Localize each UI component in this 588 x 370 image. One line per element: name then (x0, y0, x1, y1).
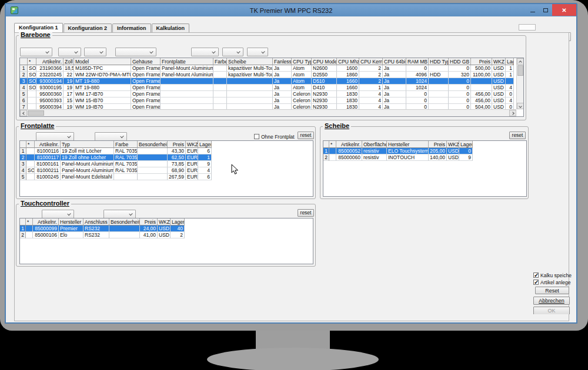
table-row[interactable]: 69500039315WM 15-IB70Open FrameJaCeleron… (20, 97, 514, 104)
column-header[interactable]: Preis (140, 218, 158, 226)
table-row[interactable]: 185000052resistivELO Touchsystems205,00U… (323, 148, 473, 154)
column-header[interactable]: RAM MB (406, 58, 429, 65)
scroll-left-button[interactable] (20, 110, 27, 116)
scroll-down-button[interactable] (517, 103, 524, 109)
kalku-speichern-checkbox[interactable]: Kalku speiche (533, 272, 574, 278)
column-header[interactable]: Frontplatte (161, 58, 213, 65)
column-header[interactable]: WKZ (158, 218, 171, 226)
column-header[interactable]: WKZ (447, 141, 459, 148)
table-row[interactable]: 1SO2319036618,5M185D-TPCOpen FramePanel-… (20, 65, 514, 72)
abbrechen-button[interactable]: Abbrechen (533, 297, 570, 305)
reset-button[interactable]: reset (298, 132, 314, 139)
column-header[interactable]: Artikelnr. (33, 218, 59, 226)
column-header[interactable]: Hersteller (59, 218, 83, 226)
column-header[interactable]: Besonderheit (138, 141, 168, 148)
table-row[interactable]: 4SO9300019519MT 19-880Open FrameJaAtomD4… (20, 85, 514, 91)
column-header[interactable]: Preis (429, 141, 447, 148)
column-header[interactable]: WKZ (492, 58, 506, 65)
column-header[interactable]: Farbe (114, 141, 138, 148)
column-header[interactable]: CPU Model (312, 58, 337, 65)
column-header[interactable]: CPU 64bit (383, 58, 406, 65)
column-header[interactable]: * (28, 58, 36, 65)
column-header[interactable]: Artikelnr. (35, 141, 61, 148)
scroll-up-button[interactable] (517, 58, 524, 65)
column-header[interactable]: CPU Mhz (337, 58, 359, 65)
table-row[interactable]: 18100011619 Zoll mit LöcherRAL 703543,30… (20, 148, 212, 154)
tab-kalkulation[interactable]: Kalkulation (152, 23, 190, 32)
table-row[interactable]: 2SO2322024522WM 22W-ID70-PMA-MTUOpen Fra… (20, 72, 514, 78)
table-row[interactable]: 185000099PremierRS23224,00USD40 (20, 226, 185, 232)
column-header[interactable]: * (329, 141, 336, 148)
scroll-right-button[interactable] (509, 110, 516, 116)
filter-dropdown[interactable] (222, 48, 243, 56)
table-row[interactable]: 3SO9300019419MT 19-880Open FrameJaAtomD5… (20, 78, 514, 85)
filter-dropdown[interactable] (95, 132, 127, 141)
column-header[interactable]: Lager (459, 141, 473, 148)
column-header[interactable]: Typ (61, 141, 114, 148)
filter-dropdown[interactable] (103, 210, 136, 218)
horizontal-scrollbar[interactable] (20, 109, 516, 116)
scrollbar-thumb[interactable] (517, 65, 523, 76)
column-header[interactable]: Fanless (273, 58, 292, 65)
close-button[interactable]: ✕ (552, 4, 576, 16)
maximize-button[interactable] (539, 4, 552, 16)
table-row[interactable]: 581000245Panel-Mount Edelstahl267,59EUR6 (20, 174, 212, 180)
tab-konfiguration-1[interactable]: Konfiguration 1 (14, 23, 63, 32)
column-header[interactable]: WKZ (186, 141, 198, 148)
table-row[interactable]: 381000161Panel-Mount AluminiumRAL 703573… (20, 161, 212, 167)
title-bar[interactable]: TK Premier WM PPC RS232 ✕ (6, 4, 576, 16)
filter-dropdown[interactable] (247, 48, 268, 56)
mini-textbox[interactable] (519, 24, 536, 31)
table-row[interactable]: 59500036017WM 17-IB70Open FrameJaCeleron… (20, 91, 514, 97)
column-header[interactable] (20, 58, 28, 65)
column-header[interactable]: Preis (471, 58, 492, 65)
column-header[interactable]: HDD Typ (429, 58, 449, 65)
column-header[interactable]: * (26, 141, 35, 148)
filter-dropdown[interactable] (191, 48, 219, 56)
reset-button[interactable]: Reset (535, 287, 569, 294)
column-header[interactable]: Artikelnr. (336, 141, 362, 148)
table-row[interactable]: 285000106EloRS23241,00USD2 (20, 232, 185, 238)
column-header[interactable]: Gehäuse (131, 58, 161, 65)
reset-button[interactable]: reset (509, 132, 526, 139)
column-header[interactable]: CPU Kerne (359, 58, 383, 65)
filter-dropdown[interactable] (36, 132, 74, 141)
column-header[interactable]: CPU Typ (292, 58, 312, 65)
table-row[interactable]: 4SO81000211Panel-Mount AluminiumRAL 7035… (20, 167, 212, 174)
column-header[interactable]: Artikelnr. (36, 58, 64, 65)
column-header[interactable]: HDD GB (449, 58, 471, 65)
column-header[interactable] (20, 218, 26, 226)
cell (471, 78, 492, 85)
column-header[interactable] (323, 141, 329, 148)
minimize-button[interactable] (526, 4, 539, 16)
column-header[interactable]: Oberfläche (362, 141, 387, 148)
tab-konfiguration-2[interactable]: Konfiguration 2 (64, 23, 112, 32)
column-header[interactable]: Lager (171, 218, 185, 226)
column-header[interactable]: * (26, 218, 33, 226)
filter-dropdown[interactable] (42, 210, 74, 218)
column-header[interactable]: Preis (168, 141, 186, 148)
vertical-scrollbar[interactable] (516, 58, 523, 109)
scrollbar-thumb[interactable] (28, 110, 44, 116)
column-header[interactable] (20, 141, 26, 148)
table-row[interactable]: 28100011719 Zoll ohne LöcherRAL 703562,5… (20, 154, 212, 161)
artikel-anlegen-checkbox[interactable]: Artikel anlege (533, 279, 574, 285)
table-row[interactable]: 285000060resistivINOTOUCH140,00USD9 (323, 154, 473, 161)
column-header[interactable]: Farbe (213, 58, 227, 65)
column-header[interactable]: Lage (506, 58, 514, 65)
column-header[interactable]: Zoll (64, 58, 74, 65)
column-header[interactable]: Scheibe (227, 58, 273, 65)
reset-button[interactable]: reset (298, 209, 314, 217)
column-header[interactable]: Model (74, 58, 131, 65)
column-header[interactable]: Lager (198, 141, 212, 148)
ohne-frontplatte-checkbox[interactable]: Ohne Frontplat (254, 133, 295, 140)
filter-dropdown[interactable] (84, 48, 106, 56)
column-header[interactable]: Hersteller (387, 141, 429, 148)
column-header[interactable]: Besonderheit (109, 218, 140, 226)
ok-button-disabled[interactable]: OK (533, 307, 570, 314)
tab-information[interactable]: Information (112, 23, 151, 32)
filter-dropdown[interactable] (58, 48, 81, 56)
filter-dropdown[interactable] (20, 48, 52, 56)
column-header[interactable]: Anschluss (83, 218, 109, 226)
filter-dropdown[interactable] (115, 48, 156, 56)
